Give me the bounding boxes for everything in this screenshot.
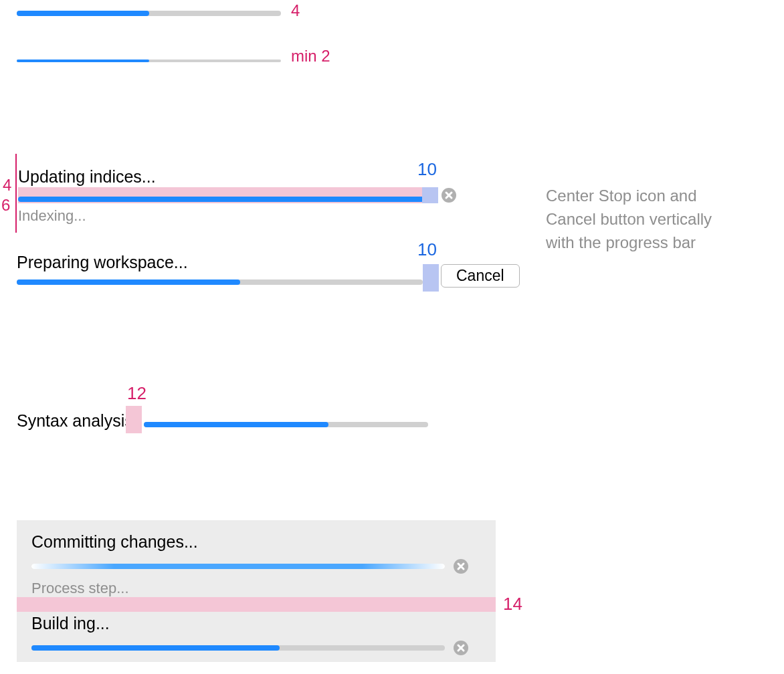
process-title: Updating indices... <box>18 167 156 187</box>
annotation-gap-marker <box>422 187 438 203</box>
stop-icon[interactable] <box>441 187 457 203</box>
list-item: Build ing... <box>31 614 481 656</box>
progress-track <box>17 11 281 16</box>
annotation-gap-to-cancel: 10 <box>417 239 437 260</box>
annotation-gap-between-items <box>17 597 496 612</box>
process-title: Syntax analysis: <box>17 411 138 431</box>
list-item: Committing changes... Process step... <box>31 532 481 597</box>
annotation-bar-height-default: 4 <box>291 1 300 20</box>
process-title: Preparing workspace... <box>17 253 188 272</box>
annotation-gap-to-stop: 10 <box>417 159 437 180</box>
cancel-button[interactable]: Cancel <box>441 264 520 288</box>
annotation-gap-marker <box>126 406 142 433</box>
annotation-bar-height-min: min 2 <box>291 47 330 66</box>
progress-track <box>144 422 428 427</box>
annotation-gap-bar-to-comment: 6 <box>1 196 10 215</box>
annotation-gap-title-to-bar: 4 <box>3 176 11 195</box>
progress-track <box>18 197 424 202</box>
annotation-gap-value: 14 <box>503 594 522 614</box>
annotation-guide-vertical <box>15 154 17 233</box>
progress-track <box>17 279 423 285</box>
stacked-panel: Committing changes... Process step... Bu… <box>17 520 496 662</box>
spec-side-comment: Center Stop icon and Cancel button verti… <box>546 185 712 254</box>
annotation-gap-marker <box>423 264 439 292</box>
stop-icon[interactable] <box>453 558 469 574</box>
process-step-comment: Indexing... <box>18 207 86 225</box>
annotation-gap-label-to-bar: 12 <box>127 383 146 404</box>
process-title: Committing changes... <box>31 532 481 552</box>
progress-track <box>31 564 445 569</box>
progress-track <box>17 60 281 62</box>
progress-track <box>31 645 445 651</box>
process-step-comment: Process step... <box>31 580 481 597</box>
stop-icon[interactable] <box>453 640 469 656</box>
process-title: Build ing... <box>31 614 481 633</box>
